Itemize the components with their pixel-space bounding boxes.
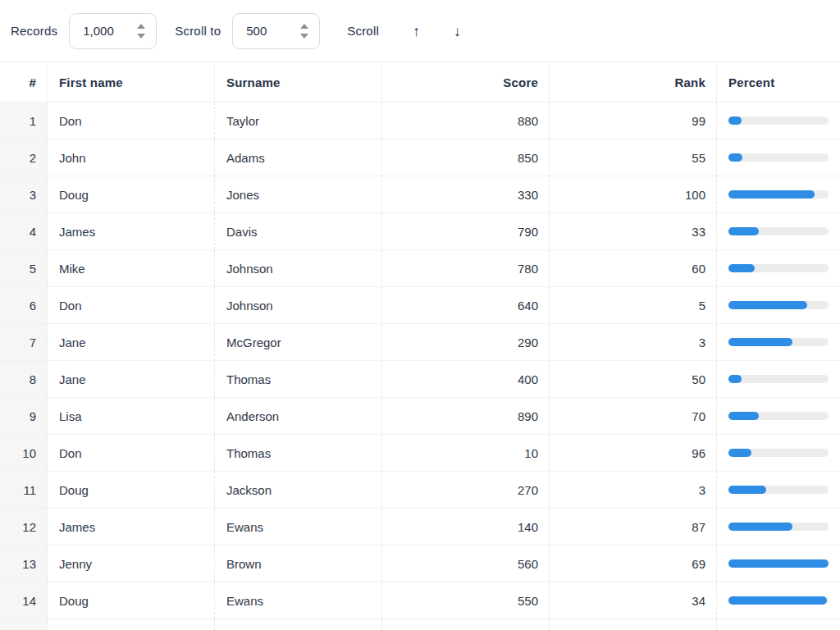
table-scroll-area[interactable]: 1DonTaylor880992JohnAdams850553DougJones… — [0, 103, 840, 630]
records-spinner[interactable] — [69, 13, 157, 49]
cell-rank: 50 — [550, 361, 717, 397]
percent-bar-track — [728, 153, 829, 162]
percent-bar-fill — [728, 523, 792, 531]
table-row — [0, 619, 840, 630]
cell-score: 790 — [382, 213, 550, 249]
cell-rank: 3 — [550, 472, 717, 508]
column-header-percent[interactable]: Percent — [717, 62, 840, 102]
cell-percent — [717, 472, 840, 508]
cell-firstName: Doug — [48, 176, 215, 212]
spinner-up-icon[interactable] — [300, 24, 308, 29]
table-row: 9LisaAnderson89070 — [0, 398, 840, 435]
records-input[interactable] — [83, 24, 130, 38]
cell-percent — [717, 176, 840, 212]
cell-rank: 60 — [550, 250, 717, 286]
cell-surname: Ewans — [215, 509, 382, 545]
cell-rank: 70 — [550, 398, 717, 434]
cell-score: 330 — [382, 176, 550, 212]
cell-percent — [717, 103, 840, 139]
percent-bar-track — [728, 486, 829, 494]
cell-index: 11 — [0, 472, 48, 508]
percent-bar-fill — [728, 559, 829, 568]
cell-score — [382, 619, 550, 630]
column-header-surname[interactable]: Surname — [215, 62, 382, 102]
cell-index — [0, 619, 48, 630]
records-spinner-buttons — [137, 14, 145, 48]
cell-score: 640 — [382, 287, 550, 323]
spinner-down-icon[interactable] — [300, 34, 308, 39]
table-row: 1DonTaylor88099 — [0, 103, 840, 139]
scroll-to-spinner-buttons — [300, 14, 308, 48]
spinner-down-icon[interactable] — [137, 34, 145, 39]
cell-surname: McGregor — [215, 324, 382, 360]
cell-index: 1 — [0, 103, 48, 139]
cell-rank: 100 — [550, 176, 717, 212]
cell-percent — [717, 398, 840, 434]
cell-percent — [717, 139, 840, 176]
scroll-up-arrow-icon[interactable]: ↑ — [413, 24, 420, 39]
percent-bar-fill — [728, 227, 759, 235]
table-row: 14DougEwans55034 — [0, 582, 840, 619]
records-label: Records — [11, 24, 57, 38]
table-row: 8JaneThomas40050 — [0, 361, 840, 398]
cell-firstName: Don — [48, 287, 215, 323]
cell-firstName: Mike — [48, 250, 215, 286]
table-header: #First nameSurnameScoreRankPercent — [0, 62, 840, 103]
cell-rank: 33 — [550, 213, 717, 249]
percent-bar-fill — [728, 338, 792, 346]
percent-bar-track — [728, 227, 829, 235]
cell-surname: Adams — [215, 139, 382, 176]
percent-bar-track — [728, 559, 829, 568]
cell-score: 560 — [382, 546, 550, 582]
cell-index: 14 — [0, 582, 48, 619]
cell-score: 880 — [382, 103, 550, 139]
cell-rank: 99 — [550, 103, 717, 139]
table-row: 11DougJackson2703 — [0, 472, 840, 509]
column-header-index[interactable]: # — [0, 62, 48, 102]
scroll-to-spinner[interactable] — [232, 13, 320, 49]
cell-surname: Johnson — [215, 250, 382, 286]
cell-surname: Thomas — [215, 435, 382, 471]
column-header-firstName[interactable]: First name — [48, 62, 215, 102]
percent-bar-fill — [728, 116, 742, 125]
cell-firstName — [48, 619, 215, 630]
cell-index: 10 — [0, 435, 48, 471]
cell-firstName: Jane — [48, 324, 215, 360]
cell-rank: 3 — [550, 324, 717, 360]
cell-firstName: James — [48, 509, 215, 545]
cell-index: 12 — [0, 509, 48, 545]
scroll-down-arrow-icon[interactable]: ↓ — [454, 24, 461, 39]
scroll-button[interactable]: Scroll — [347, 24, 379, 38]
percent-bar-track — [728, 596, 829, 605]
cell-firstName: Lisa — [48, 398, 215, 434]
cell-rank: 96 — [550, 435, 717, 471]
cell-firstName: Doug — [48, 472, 215, 508]
cell-score: 10 — [382, 435, 550, 471]
percent-bar-track — [728, 338, 829, 346]
column-header-rank[interactable]: Rank — [550, 62, 717, 102]
cell-percent — [717, 546, 840, 582]
cell-firstName: James — [48, 213, 215, 249]
scroll-to-input[interactable] — [246, 24, 294, 38]
cell-score: 890 — [382, 398, 550, 434]
cell-surname: Jackson — [215, 472, 382, 508]
spinner-up-icon[interactable] — [137, 24, 145, 29]
cell-rank: 34 — [550, 582, 717, 619]
cell-score: 290 — [382, 324, 550, 360]
percent-bar-track — [728, 190, 829, 199]
cell-score: 140 — [382, 509, 550, 545]
cell-index: 13 — [0, 546, 48, 582]
table-row: 4JamesDavis79033 — [0, 213, 840, 250]
cell-percent — [717, 287, 840, 323]
percent-bar-track — [728, 301, 829, 309]
column-header-score[interactable]: Score — [382, 62, 550, 102]
toolbar: Records Scroll to Scroll ↑ ↓ — [0, 0, 840, 62]
cell-rank: 5 — [550, 287, 717, 323]
cell-score: 550 — [382, 582, 550, 619]
cell-index: 3 — [0, 176, 48, 212]
percent-bar-fill — [728, 264, 755, 272]
table-row: 12JamesEwans14087 — [0, 509, 840, 546]
cell-index: 9 — [0, 398, 48, 434]
cell-score: 270 — [382, 472, 550, 508]
cell-rank — [550, 619, 717, 630]
